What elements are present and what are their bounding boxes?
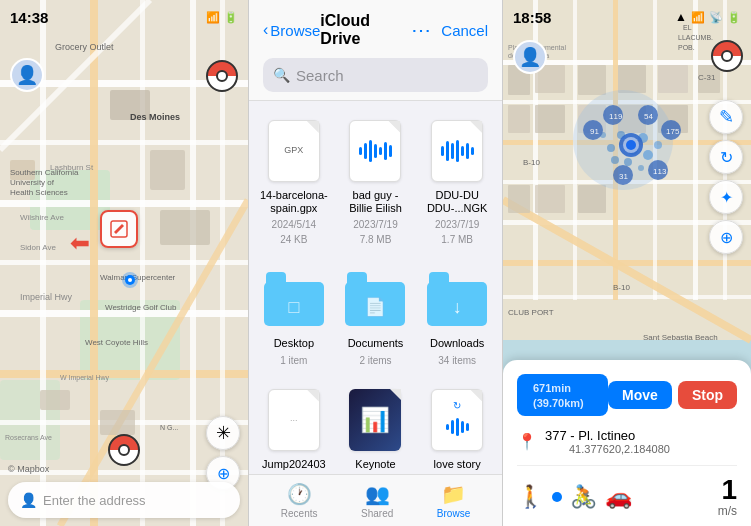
file-icon-audio2 [427, 117, 487, 185]
file-icon-lovestory: ↻ [427, 386, 487, 454]
svg-point-92 [643, 150, 653, 160]
svg-rect-13 [90, 0, 98, 526]
signal-icon: 📶 [206, 11, 220, 24]
svg-text:175: 175 [666, 127, 680, 136]
recents-icon: 🕐 [287, 482, 312, 506]
svg-rect-68 [535, 105, 565, 133]
location-active-icon: ▲ [675, 10, 687, 24]
wifi-icon-right: 📡 [709, 11, 723, 24]
nav-duration: 671min (39.70km) [517, 374, 608, 416]
svg-text:B-10: B-10 [523, 158, 540, 167]
list-item[interactable]: GPX 14-barcelona-spain.gpx 2024/5/14 24 … [257, 111, 331, 251]
address-input[interactable]: Enter the address [43, 493, 146, 508]
chevron-left-icon: ‹ [263, 21, 268, 39]
pokeball-bottom[interactable] [108, 434, 140, 466]
file-size: 7.8 MB [360, 234, 392, 245]
walk-icon[interactable]: 🚶 [517, 484, 544, 510]
speed-row: 🚶 🚴 🚗 1 m/s [517, 476, 737, 518]
svg-rect-67 [508, 105, 530, 133]
browse-back-button[interactable]: ‹ Browse [263, 21, 320, 39]
browse-label[interactable]: Browse [270, 22, 320, 39]
folder-icon-documents: 📄 [345, 265, 405, 333]
transport-mode-icons: 🚶 🚴 🚗 [517, 484, 632, 510]
status-icons-left: 📶 🔋 [206, 11, 238, 24]
folder-sub: 34 items [438, 355, 476, 366]
edit-location-button[interactable] [100, 210, 138, 248]
coordinates-text: 41.377620,2.184080 [569, 443, 670, 455]
file-size: 1.7 MB [441, 234, 473, 245]
svg-text:N G...: N G... [160, 424, 178, 431]
pin-icon: 📍 [517, 432, 537, 451]
svg-text:West Coyote Hills: West Coyote Hills [85, 338, 148, 347]
folder-name: Desktop [274, 337, 314, 350]
svg-text:CLUB PORT: CLUB PORT [508, 308, 554, 317]
list-item[interactable]: ↓ Downloads 34 items [420, 259, 494, 371]
move-button[interactable]: Move [608, 381, 672, 409]
list-item[interactable]: ↻ love story [420, 380, 494, 474]
file-name: love story [434, 458, 481, 471]
map-control-buttons: ↻ ✦ ⊕ [709, 140, 743, 254]
sparkle-button[interactable]: ✦ [709, 180, 743, 214]
svg-text:B-10: B-10 [613, 283, 630, 292]
bike-icon[interactable]: 🚴 [570, 484, 597, 510]
more-options-button[interactable]: ⋯ [411, 18, 431, 42]
file-icon-gpx: GPX [264, 117, 324, 185]
right-map-panel: EL LLACUMB. POB. Plaza Monumental de Bar… [503, 0, 751, 526]
left-map-panel: Lashburn St Wilshire Ave Sidon Ave Imper… [0, 0, 248, 526]
status-bar-right: 18:58 ▲ 📶 📡 🔋 [503, 0, 751, 28]
search-bar[interactable]: 🔍 Search [263, 58, 488, 92]
svg-point-91 [624, 158, 632, 166]
svg-text:Imperial Hwy: Imperial Hwy [20, 292, 73, 302]
svg-text:54: 54 [644, 112, 653, 121]
battery-icon-right: 🔋 [727, 11, 741, 24]
svg-text:Wilshire Ave: Wilshire Ave [20, 213, 64, 222]
tab-recents[interactable]: 🕐 Recents [281, 482, 318, 519]
list-item[interactable]: □ Desktop 1 item [257, 259, 331, 371]
edit-map-button[interactable]: ✎ [709, 100, 743, 134]
stop-button[interactable]: Stop [678, 381, 737, 409]
list-item[interactable]: DDU-DU DDU-...NGK 2023/7/19 1.7 MB [420, 111, 494, 251]
file-icon-audio1 [345, 117, 405, 185]
file-name: Keynote [355, 458, 395, 471]
folder-name: Downloads [430, 337, 484, 350]
svg-point-96 [638, 165, 644, 171]
pokeball-map-right[interactable] [711, 40, 743, 72]
pokeball-top[interactable] [206, 60, 238, 92]
svg-rect-73 [535, 185, 565, 213]
speed-number: 1 [721, 476, 737, 504]
car-icon[interactable]: 🚗 [605, 484, 632, 510]
folder-icon-desktop: □ [264, 265, 324, 333]
user-avatar-left[interactable]: 👤 [10, 58, 44, 92]
address-bar[interactable]: 👤 Enter the address [8, 482, 240, 518]
svg-text:113: 113 [653, 167, 667, 176]
icloud-drive-panel: ‹ Browse iCloud Drive ⋯ Cancel 🔍 Search … [248, 0, 503, 526]
svg-text:Sidon Ave: Sidon Ave [20, 243, 56, 252]
list-item[interactable]: 📄 Documents 2 items [339, 259, 413, 371]
snow-button[interactable]: ✳ [206, 416, 240, 450]
cancel-button[interactable]: Cancel [441, 22, 488, 39]
time-left: 14:38 [10, 9, 48, 26]
navigation-card: 671min (39.70km) Move Stop 📍 377 - Pl. I… [503, 360, 751, 526]
list-item[interactable]: 📊 Keynote [339, 380, 413, 474]
list-item[interactable]: bad guy - Billie Eilish 2023/7/19 7.8 MB [339, 111, 413, 251]
signal-icon-right: 📶 [691, 11, 705, 24]
list-item[interactable]: ··· Jump202403 [257, 380, 331, 474]
svg-rect-15 [190, 0, 196, 526]
status-bar-left: 14:38 📶 🔋 [0, 0, 248, 28]
user-avatar-right[interactable]: 👤 [513, 40, 547, 74]
svg-text:Sant Sebastia Beach: Sant Sebastia Beach [643, 333, 718, 342]
svg-point-42 [128, 278, 132, 282]
tab-browse[interactable]: 📁 Browse [437, 482, 470, 519]
svg-rect-27 [150, 150, 185, 190]
tab-shared[interactable]: 👥 Shared [361, 482, 393, 519]
icloud-header: ‹ Browse iCloud Drive ⋯ Cancel 🔍 Search [249, 0, 502, 101]
speed-unit: m/s [718, 504, 737, 518]
folder-icon-downloads: ↓ [427, 265, 487, 333]
status-icons-right: ▲ 📶 📡 🔋 [675, 10, 741, 24]
svg-rect-52 [503, 260, 751, 266]
bottom-tabs: 🕐 Recents 👥 Shared 📁 Browse [249, 474, 502, 526]
files-grid: GPX 14-barcelona-spain.gpx 2024/5/14 24 … [257, 111, 494, 474]
refresh-button[interactable]: ↻ [709, 140, 743, 174]
crosshair-button[interactable]: ⊕ [709, 220, 743, 254]
svg-text:Southern California: Southern California [10, 168, 79, 177]
